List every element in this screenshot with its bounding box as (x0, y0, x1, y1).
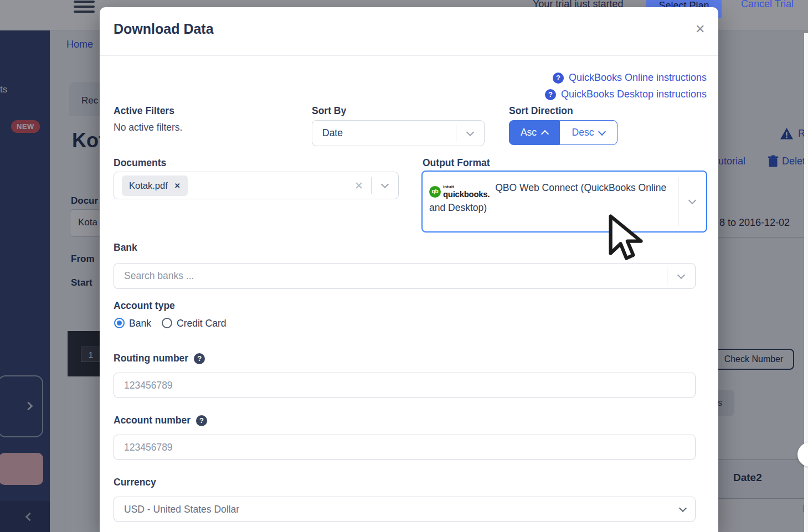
output-format-label: Output Format (423, 157, 490, 169)
documents-label: Documents (114, 157, 166, 169)
output-format-select[interactable]: qb intuit quickbooks. QBO Web Connect (Q… (421, 171, 707, 233)
cancel-trial-link[interactable]: Cancel Trial (741, 0, 794, 10)
chevron-up-icon (541, 130, 549, 138)
routing-number-label: Routing number (114, 353, 188, 364)
question-icon: ? (545, 89, 556, 100)
sort-direction-label: Sort Direction (509, 105, 573, 117)
radio-bank[interactable] (114, 318, 125, 328)
sort-by-value: Date (312, 127, 456, 139)
sort-by-select[interactable]: Date (312, 120, 485, 146)
quickbooks-monogram-icon: qb (429, 186, 441, 198)
chevron-down-icon (688, 197, 696, 204)
document-chip: Kotak.pdf ✕ (122, 175, 188, 196)
account-help-icon[interactable]: ? (196, 415, 207, 426)
chip-label: Kotak.pdf (129, 180, 168, 191)
chevron-down-icon (677, 271, 685, 278)
account-type-label: Account type (114, 300, 175, 312)
clear-all-icon[interactable]: ✕ (347, 179, 371, 192)
intuit-wordmark: intuit (443, 185, 490, 189)
chevron-down-icon (598, 127, 606, 135)
chevron-down-icon (679, 504, 687, 512)
account-number-label: Account number (114, 415, 191, 426)
radio-bank-label[interactable]: Bank (129, 318, 151, 329)
currency-label: Currency (114, 477, 156, 488)
quickbooks-online-instructions-link[interactable]: ? QuickBooks Online instructions (432, 72, 707, 84)
routing-number-input[interactable] (114, 373, 696, 398)
bank-label: Bank (114, 242, 137, 254)
currency-value: USD - United States Dollar (114, 504, 671, 515)
active-filters-label: Active Filters (114, 105, 174, 117)
currency-select[interactable]: USD - United States Dollar (114, 497, 696, 522)
link-label: QuickBooks Online instructions (569, 72, 707, 84)
link-label: QuickBooks Desktop instructions (561, 89, 707, 100)
download-data-modal: Download Data ✕ ? QuickBooks Online inst… (100, 7, 718, 532)
chevron-down-icon (466, 128, 474, 136)
active-filters-empty-text: No active filters. (114, 122, 182, 133)
sort-by-label: Sort By (312, 105, 346, 117)
chevron-down-icon (381, 180, 389, 188)
desc-label: Desc (572, 127, 594, 138)
bank-search-input[interactable] (114, 264, 667, 288)
quickbooks-logo: qb intuit quickbooks. (429, 185, 490, 198)
routing-help-icon[interactable]: ? (194, 353, 205, 364)
bank-search-select[interactable] (114, 263, 696, 289)
chip-remove-icon[interactable]: ✕ (174, 182, 181, 190)
sort-asc-button[interactable]: Asc (509, 120, 559, 145)
question-icon: ? (553, 73, 564, 84)
divider (100, 55, 718, 56)
modal-title: Download Data (114, 21, 214, 37)
asc-label: Asc (521, 127, 537, 138)
sort-desc-button[interactable]: Desc (559, 120, 617, 145)
radio-credit-card-label[interactable]: Credit Card (177, 318, 226, 329)
quickbooks-wordmark: quickbooks. (443, 190, 490, 198)
output-format-value: qb intuit quickbooks. QBO Web Connect (Q… (429, 178, 672, 217)
quickbooks-desktop-instructions-link[interactable]: ? QuickBooks Desktop instructions (432, 89, 707, 100)
radio-credit-card[interactable] (162, 318, 172, 328)
close-icon[interactable]: ✕ (695, 22, 705, 37)
account-number-input[interactable] (114, 435, 696, 460)
documents-multiselect[interactable]: Kotak.pdf ✕ ✕ (114, 172, 399, 199)
